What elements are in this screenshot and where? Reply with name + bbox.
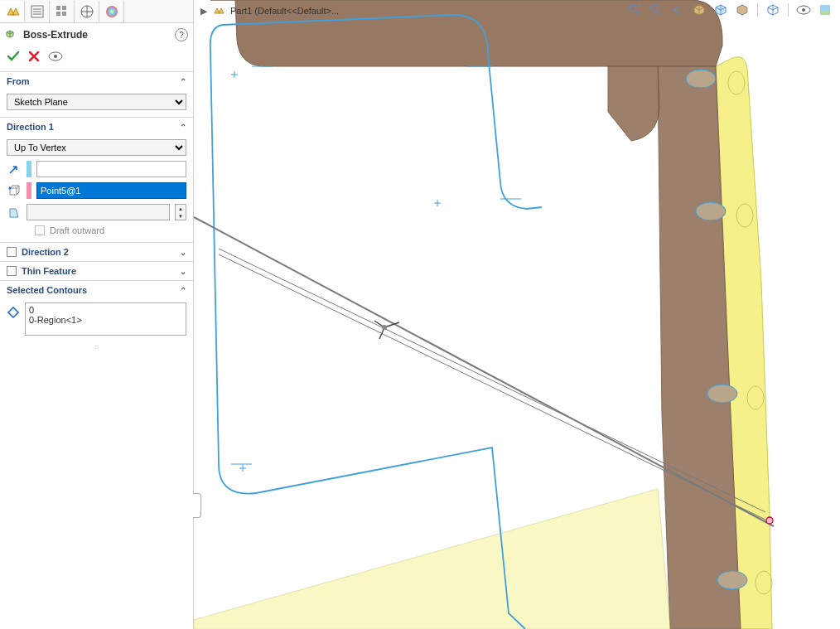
toolbar-separator bbox=[757, 3, 758, 17]
collapse-icon: ⌃ bbox=[180, 123, 186, 132]
breadcrumb-bar: ▶ Part1 (Default<<Default>... bbox=[200, 3, 339, 18]
collapse-icon: ⌃ bbox=[180, 286, 186, 295]
part-icon bbox=[212, 3, 225, 18]
thin-feature-section: Thin Feature ⌄ bbox=[0, 262, 193, 281]
svg-rect-22 bbox=[820, 11, 830, 15]
direction2-checkbox[interactable] bbox=[7, 247, 17, 257]
split-handle[interactable]: ○ bbox=[0, 342, 193, 352]
edit-appearance-button[interactable] bbox=[795, 2, 812, 18]
direction2-header[interactable]: Direction 2 ⌄ bbox=[0, 243, 193, 261]
cancel-button[interactable] bbox=[28, 51, 40, 64]
selected-vertex[interactable] bbox=[766, 517, 773, 524]
vertex-swatch bbox=[27, 182, 31, 199]
zoom-area-button[interactable] bbox=[648, 2, 664, 18]
dimxpert-icon bbox=[80, 4, 94, 19]
draft-icon bbox=[7, 205, 22, 220]
flyout-splitter[interactable] bbox=[193, 493, 201, 518]
draft-angle-field[interactable] bbox=[27, 204, 170, 220]
collapse-icon: ⌃ bbox=[180, 77, 186, 86]
display-manager-tab[interactable] bbox=[99, 1, 124, 22]
vertex-field[interactable] bbox=[36, 182, 186, 199]
svg-rect-21 bbox=[820, 5, 830, 11]
direction1-section: Direction 1 ⌃ Up To Vertex bbox=[0, 118, 193, 243]
direction-swatch bbox=[27, 161, 31, 177]
configuration-manager-tab[interactable] bbox=[50, 1, 75, 22]
svg-point-25 bbox=[707, 385, 737, 403]
expand-icon: ⌄ bbox=[180, 248, 186, 257]
svg-rect-6 bbox=[56, 12, 60, 16]
spinner-up[interactable]: ▲ bbox=[176, 205, 186, 212]
section-view-button[interactable] bbox=[691, 2, 707, 18]
draft-outward-checkbox[interactable] bbox=[35, 225, 45, 235]
direction2-section: Direction 2 ⌄ bbox=[0, 243, 193, 262]
zoom-fit-button[interactable] bbox=[626, 2, 643, 18]
property-manager-tab[interactable] bbox=[25, 1, 50, 22]
draft-outward-label: Draft outward bbox=[50, 225, 104, 235]
contour-item[interactable]: 0-Region<1> bbox=[29, 315, 182, 325]
svg-line-18 bbox=[657, 11, 660, 14]
draft-spinner[interactable]: ▲ ▼ bbox=[175, 204, 186, 220]
from-label: From bbox=[7, 76, 30, 86]
config-icon bbox=[55, 4, 70, 19]
vertex-icon bbox=[7, 183, 22, 198]
toolbar-separator bbox=[788, 3, 789, 17]
selected-contours-section: Selected Contours ⌃ 0 0-Region<1> ○ bbox=[0, 281, 193, 352]
svg-point-17 bbox=[651, 5, 658, 12]
dimxpert-manager-tab[interactable] bbox=[75, 1, 99, 22]
preview-button[interactable] bbox=[48, 51, 63, 63]
draft-outward-row: Draft outward bbox=[35, 225, 186, 235]
help-button[interactable]: ? bbox=[175, 28, 188, 41]
thin-feature-label: Thin Feature bbox=[22, 266, 76, 276]
property-manager-panel: Boss-Extrude ? From ⌃ Sketch Plane Direc… bbox=[0, 0, 194, 629]
boss-extrude-icon bbox=[5, 27, 18, 42]
svg-point-24 bbox=[696, 202, 726, 220]
contour-icon bbox=[7, 306, 20, 321]
end-condition-dropdown[interactable]: Up To Vertex bbox=[7, 139, 186, 156]
svg-line-16 bbox=[635, 11, 639, 14]
feature-manager-tab[interactable] bbox=[0, 1, 25, 22]
graphics-viewport[interactable]: ▶ Part1 (Default<<Default>... bbox=[194, 0, 840, 629]
direction1-header[interactable]: Direction 1 ⌃ bbox=[0, 118, 193, 136]
apply-scene-button[interactable] bbox=[817, 2, 833, 18]
selected-contours-header[interactable]: Selected Contours ⌃ bbox=[0, 281, 193, 299]
direction2-label: Direction 2 bbox=[22, 247, 69, 257]
display-icon bbox=[104, 4, 119, 19]
breadcrumb-label[interactable]: Part1 (Default<<Default>... bbox=[230, 6, 339, 16]
heads-up-toolbar bbox=[626, 2, 833, 18]
display-style-button[interactable] bbox=[734, 2, 751, 18]
direction1-label: Direction 1 bbox=[7, 122, 54, 132]
svg-point-23 bbox=[686, 70, 716, 88]
selected-contours-list[interactable]: 0 0-Region<1> bbox=[25, 302, 186, 336]
hide-show-button[interactable] bbox=[765, 2, 781, 18]
feature-title: Boss-Extrude bbox=[23, 29, 175, 41]
panel-header: Boss-Extrude ? bbox=[0, 23, 193, 46]
view-orientation-button[interactable] bbox=[712, 2, 729, 18]
from-dropdown[interactable]: Sketch Plane bbox=[7, 94, 186, 110]
reverse-direction-button[interactable] bbox=[7, 162, 22, 177]
spinner-down[interactable]: ▼ bbox=[176, 212, 186, 220]
confirm-row bbox=[0, 46, 193, 72]
model-render bbox=[194, 0, 840, 629]
from-section: From ⌃ Sketch Plane bbox=[0, 72, 193, 118]
svg-point-15 bbox=[630, 5, 636, 12]
feature-tree-icon bbox=[5, 3, 20, 18]
ok-button[interactable] bbox=[7, 50, 20, 65]
direction-field[interactable] bbox=[36, 161, 186, 177]
thin-feature-checkbox[interactable] bbox=[7, 266, 17, 276]
previous-view-button[interactable] bbox=[669, 2, 686, 18]
svg-rect-5 bbox=[62, 6, 66, 10]
svg-point-14 bbox=[9, 187, 12, 190]
svg-rect-7 bbox=[62, 12, 66, 16]
thin-feature-header[interactable]: Thin Feature ⌄ bbox=[0, 262, 193, 280]
breadcrumb-expand-icon[interactable]: ▶ bbox=[200, 6, 207, 17]
contour-item[interactable]: 0 bbox=[29, 305, 182, 315]
selected-contours-label: Selected Contours bbox=[7, 285, 87, 295]
expand-icon: ⌄ bbox=[180, 267, 186, 276]
svg-point-26 bbox=[717, 571, 747, 589]
svg-point-20 bbox=[802, 8, 805, 12]
panel-tab-strip bbox=[0, 0, 193, 23]
svg-point-11 bbox=[106, 6, 118, 17]
svg-point-37 bbox=[382, 325, 387, 330]
svg-point-13 bbox=[54, 55, 57, 58]
from-header[interactable]: From ⌃ bbox=[0, 72, 193, 90]
